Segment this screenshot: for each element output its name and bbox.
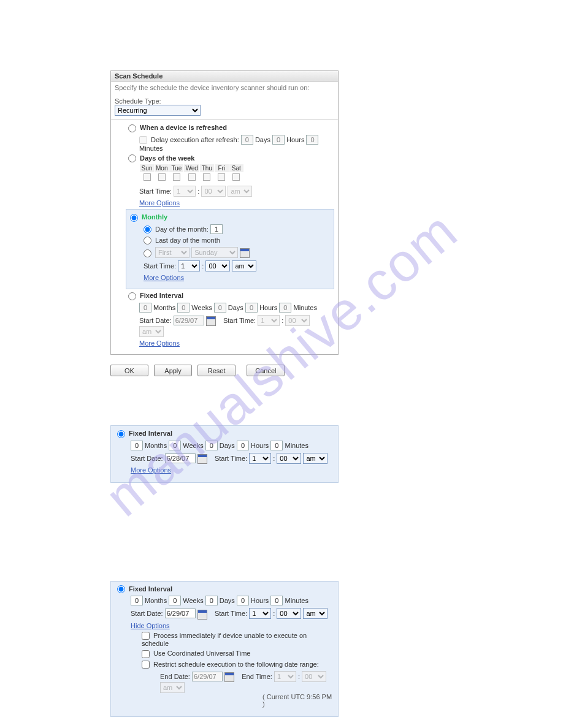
fixed3-min[interactable]: 00 xyxy=(277,608,301,619)
fixed3-weeks-label: Weeks xyxy=(183,597,203,604)
fixed1-ampm[interactable]: am xyxy=(139,326,164,337)
fixed3-enddate[interactable] xyxy=(192,672,223,681)
schedule-type-label: Schedule Type: xyxy=(115,97,334,105)
fixed3-hide-options-link[interactable]: Hide Options xyxy=(131,622,170,629)
dow-min-select[interactable]: 00 xyxy=(201,186,226,197)
fixed3-endampm[interactable]: am xyxy=(160,682,185,693)
fixed3-hour[interactable]: 1 xyxy=(249,608,271,619)
refresh-hours-input[interactable] xyxy=(272,135,285,145)
fixed2-more-options-link[interactable]: More Options xyxy=(131,466,171,474)
refresh-minutes-label: Minutes xyxy=(139,145,163,152)
fixed1-hours[interactable] xyxy=(245,303,258,313)
fixed1-months[interactable] xyxy=(139,303,151,313)
dow-more-options-link[interactable]: More Options xyxy=(139,199,180,207)
radio-dow[interactable] xyxy=(128,154,136,162)
monthly-label: Monthly xyxy=(142,213,167,221)
refresh-minutes-input[interactable] xyxy=(306,135,318,145)
fixed2-days[interactable] xyxy=(205,441,218,450)
fixed1-days[interactable] xyxy=(214,303,226,313)
apply-button[interactable]: Apply xyxy=(154,365,192,376)
ok-button[interactable]: OK xyxy=(110,365,148,376)
fixed1-startdate[interactable] xyxy=(174,316,204,325)
refresh-days-input[interactable] xyxy=(241,135,253,145)
dow-cb-thu[interactable] xyxy=(203,173,210,181)
fixed3-hours-label: Hours xyxy=(251,597,269,604)
schedule-type-select[interactable]: Recurring xyxy=(115,105,201,116)
fixed3-months[interactable] xyxy=(131,596,143,605)
fixed3-ampm[interactable]: am xyxy=(303,608,327,619)
radio-fixed3[interactable] xyxy=(117,585,125,593)
radio-fixed2[interactable] xyxy=(117,430,125,438)
fixed2-months-label: Months xyxy=(145,442,167,449)
weekday-select[interactable]: Sunday xyxy=(191,247,238,258)
fixed2-min[interactable]: 00 xyxy=(277,453,301,464)
dow-cb-tue[interactable] xyxy=(173,173,180,181)
fixed1-weeks-label: Weeks xyxy=(191,304,212,311)
fixed1-hour[interactable]: 1 xyxy=(258,315,280,326)
dayofmonth-input[interactable] xyxy=(210,224,223,234)
refresh-label: When a device is refreshed xyxy=(140,124,227,131)
dow-cb-sat[interactable] xyxy=(232,173,240,181)
panel-instruction: Specify the schedule the device inventor… xyxy=(115,84,334,91)
monthly-starttime-label: Start Time: xyxy=(144,262,176,270)
radio-dayofmonth[interactable] xyxy=(144,226,151,233)
fixed3-block: Fixed Interval Months Weeks Days Hours M… xyxy=(110,581,339,718)
fixed2-starttime-label: Start Time: xyxy=(215,455,247,462)
monthly-min-select[interactable]: 00 xyxy=(205,260,230,271)
dow-mon: Mon xyxy=(155,164,169,173)
fixed2-startdate[interactable] xyxy=(165,453,196,463)
radio-fixed1[interactable] xyxy=(128,292,136,300)
fixed3-opt1-cb[interactable] xyxy=(142,632,150,640)
fixed2-ampm[interactable]: am xyxy=(303,453,327,464)
dow-ampm-select[interactable]: am xyxy=(228,186,252,197)
fixed1-more-options-link[interactable]: More Options xyxy=(139,339,180,347)
calendar-icon[interactable] xyxy=(197,454,207,464)
fixed3-opt2-cb[interactable] xyxy=(142,650,150,658)
monthly-more-options-link[interactable]: More Options xyxy=(144,274,184,281)
fixed1-min[interactable]: 00 xyxy=(285,315,310,326)
calendar-icon[interactable] xyxy=(197,610,207,620)
fixed3-starttime-label: Start Time: xyxy=(215,610,247,617)
fixed2-hours[interactable] xyxy=(237,441,249,450)
fixed3-weeks[interactable] xyxy=(169,596,181,605)
fixed3-opt2: Use Coordinated Universal Time xyxy=(153,650,250,657)
delay-checkbox[interactable] xyxy=(139,136,147,144)
fixed1-startdate-label: Start Date: xyxy=(139,317,172,324)
dow-label: Days of the week xyxy=(140,154,194,162)
dow-cb-wed[interactable] xyxy=(188,173,196,181)
calendar-icon[interactable] xyxy=(206,316,216,326)
monthly-hour-select[interactable]: 1 xyxy=(178,260,200,271)
fixed2-minutes[interactable] xyxy=(270,441,283,450)
cancel-button[interactable]: Cancel xyxy=(247,365,285,376)
monthly-ampm-select[interactable]: am xyxy=(232,260,256,271)
calendar-icon[interactable] xyxy=(240,248,250,258)
reset-button[interactable]: Reset xyxy=(197,365,236,376)
radio-monthly[interactable] xyxy=(130,214,138,222)
fixed3-minutes[interactable] xyxy=(270,596,283,605)
fixed3-endmin[interactable]: 00 xyxy=(302,671,326,682)
calendar-icon[interactable] xyxy=(224,672,234,682)
fixed1-label: Fixed Interval xyxy=(140,292,183,299)
dow-cb-mon[interactable] xyxy=(158,173,166,181)
fixed3-days[interactable] xyxy=(205,596,218,605)
fixed3-startdate[interactable] xyxy=(165,609,196,618)
dow-cb-sun[interactable] xyxy=(144,173,151,181)
fixed2-weeks[interactable] xyxy=(169,441,181,450)
panel-title: Scan Schedule xyxy=(110,70,339,82)
fixed2-months[interactable] xyxy=(131,441,143,450)
dow-cb-fri[interactable] xyxy=(218,173,225,181)
fixed3-months-label: Months xyxy=(145,597,167,604)
dow-hour-select[interactable]: 1 xyxy=(174,186,196,197)
fixed3-opt3-cb[interactable] xyxy=(142,661,150,669)
radio-refresh[interactable] xyxy=(128,124,136,132)
radio-lastday[interactable] xyxy=(144,237,151,245)
radio-ordinal[interactable] xyxy=(144,249,151,257)
fixed1-minutes[interactable] xyxy=(279,303,291,313)
fixed3-endhour[interactable]: 1 xyxy=(274,671,296,682)
fixed3-utcnote: ( Current UTC 9:56 PM ) xyxy=(262,693,333,708)
fixed1-weeks[interactable] xyxy=(177,303,190,313)
fixed2-hour[interactable]: 1 xyxy=(249,453,271,464)
ordinal-select[interactable]: First xyxy=(155,247,190,258)
fixed1-starttime-label: Start Time: xyxy=(223,317,256,324)
fixed3-hours[interactable] xyxy=(237,596,249,605)
